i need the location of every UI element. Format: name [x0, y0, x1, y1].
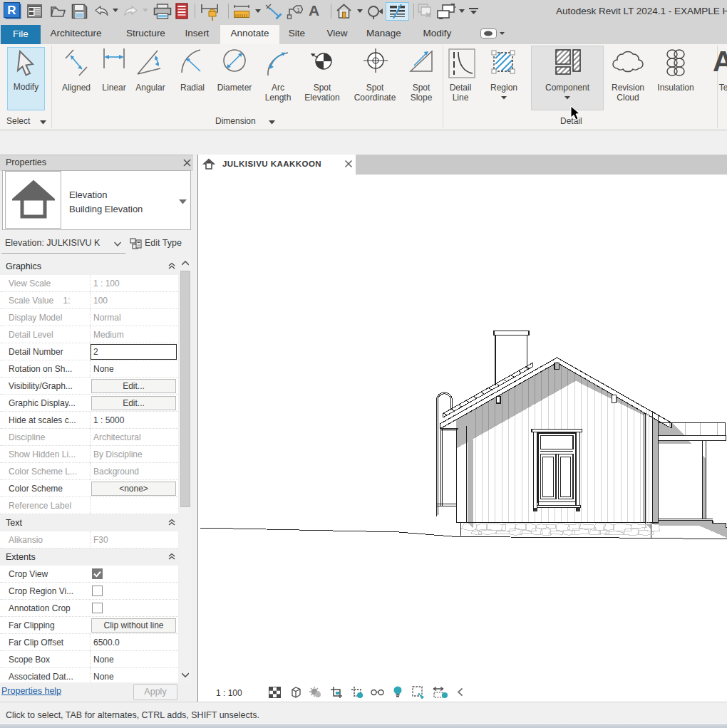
svg-text:R: R [7, 4, 16, 17]
svg-text:1: 1 [297, 6, 300, 14]
